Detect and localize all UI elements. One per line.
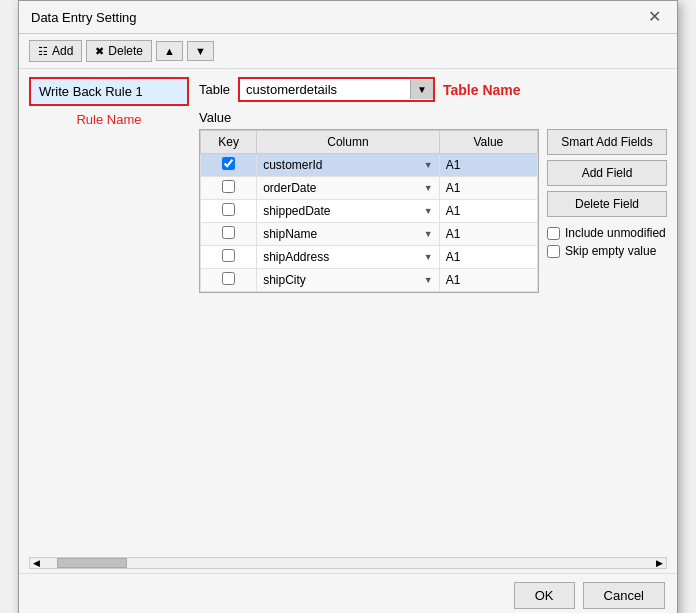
column-cell: customerId▼ xyxy=(257,154,440,177)
table-row-header: Table customerdetails ▼ Table Name xyxy=(199,77,667,102)
toolbar: ☷ Add ✖ Delete ▲ ▼ xyxy=(19,34,677,69)
key-cell[interactable] xyxy=(201,154,257,177)
column-cell: orderDate▼ xyxy=(257,177,440,200)
key-checkbox[interactable] xyxy=(222,203,235,216)
key-checkbox[interactable] xyxy=(222,272,235,285)
data-table-wrapper: Key Column Value customerId▼A1orderDate▼… xyxy=(199,129,539,293)
table-row: shipCity▼A1 xyxy=(201,269,538,292)
move-down-button[interactable]: ▼ xyxy=(187,41,214,61)
rule-item[interactable]: Write Back Rule 1 xyxy=(29,77,189,106)
smart-add-fields-button[interactable]: Smart Add Fields xyxy=(547,129,667,155)
column-name: shipAddress xyxy=(263,250,329,264)
up-arrow-icon: ▲ xyxy=(164,45,175,57)
table-scroll-container[interactable]: Key Column Value customerId▼A1orderDate▼… xyxy=(200,130,538,292)
scroll-right-arrow[interactable]: ▶ xyxy=(653,558,666,568)
value-text: A1 xyxy=(446,181,461,195)
table-row: shipAddress▼A1 xyxy=(201,246,538,269)
title-bar: Data Entry Setting ✕ xyxy=(19,1,677,34)
delete-button[interactable]: ✖ Delete xyxy=(86,40,152,62)
column-name: shipName xyxy=(263,227,317,241)
value-text: A1 xyxy=(446,273,461,287)
value-text: A1 xyxy=(446,158,461,172)
table-body: customerId▼A1orderDate▼A1shippedDate▼A1s… xyxy=(201,154,538,292)
value-cell: A1 xyxy=(439,246,537,269)
select-dropdown-arrow: ▼ xyxy=(410,80,433,99)
key-checkbox[interactable] xyxy=(222,180,235,193)
key-cell[interactable] xyxy=(201,269,257,292)
table-row: customerId▼A1 xyxy=(201,154,538,177)
table-row: shipName▼A1 xyxy=(201,223,538,246)
add-field-button[interactable]: Add Field xyxy=(547,160,667,186)
table-row: shippedDate▼A1 xyxy=(201,200,538,223)
delete-field-button[interactable]: Delete Field xyxy=(547,191,667,217)
value-section: Value Key Column Value xyxy=(199,110,667,293)
skip-empty-checkbox[interactable] xyxy=(547,245,560,258)
key-checkbox[interactable] xyxy=(222,249,235,262)
table-container: Key Column Value customerId▼A1orderDate▼… xyxy=(199,129,667,293)
bottom-bar: OK Cancel xyxy=(19,573,677,613)
table-row: orderDate▼A1 xyxy=(201,177,538,200)
scrollbar-area-wrapper: ◀ ▶ xyxy=(19,549,677,573)
scroll-thumb[interactable] xyxy=(57,558,127,568)
key-cell[interactable] xyxy=(201,177,257,200)
value-text: A1 xyxy=(446,250,461,264)
close-button[interactable]: ✕ xyxy=(644,9,665,25)
add-button[interactable]: ☷ Add xyxy=(29,40,82,62)
cancel-button[interactable]: Cancel xyxy=(583,582,665,609)
key-checkbox[interactable] xyxy=(222,226,235,239)
include-unmodified-row: Include unmodified xyxy=(547,226,667,240)
rule-name-label: Rule Name xyxy=(29,112,189,127)
column-cell: shipCity▼ xyxy=(257,269,440,292)
main-content: Write Back Rule 1 Rule Name Table custom… xyxy=(19,69,677,549)
key-column-header: Key xyxy=(201,131,257,154)
value-cell: A1 xyxy=(439,269,537,292)
include-unmodified-checkbox[interactable] xyxy=(547,227,560,240)
ok-button[interactable]: OK xyxy=(514,582,575,609)
key-cell[interactable] xyxy=(201,200,257,223)
column-cell: shipAddress▼ xyxy=(257,246,440,269)
side-buttons: Smart Add Fields Add Field Delete Field … xyxy=(547,129,667,293)
skip-empty-label: Skip empty value xyxy=(565,244,656,258)
column-dropdown-arrow[interactable]: ▼ xyxy=(424,160,433,170)
value-cell: A1 xyxy=(439,177,537,200)
table-select-wrapper: customerdetails ▼ xyxy=(238,77,435,102)
data-table: Key Column Value customerId▼A1orderDate▼… xyxy=(200,130,538,292)
key-cell[interactable] xyxy=(201,223,257,246)
value-label: Value xyxy=(199,110,667,125)
horizontal-scrollbar[interactable]: ◀ ▶ xyxy=(29,557,667,569)
delete-icon: ✖ xyxy=(95,45,104,58)
column-dropdown-arrow[interactable]: ▼ xyxy=(424,275,433,285)
move-up-button[interactable]: ▲ xyxy=(156,41,183,61)
key-checkbox[interactable] xyxy=(222,157,235,170)
column-name: shippedDate xyxy=(263,204,330,218)
checkbox-options: Include unmodified Skip empty value xyxy=(547,226,667,258)
table-label: Table xyxy=(199,82,230,97)
dialog-window: Data Entry Setting ✕ ☷ Add ✖ Delete ▲ ▼ … xyxy=(18,0,678,613)
value-text: A1 xyxy=(446,204,461,218)
value-cell: A1 xyxy=(439,154,537,177)
include-unmodified-label: Include unmodified xyxy=(565,226,666,240)
key-cell[interactable] xyxy=(201,246,257,269)
column-cell: shipName▼ xyxy=(257,223,440,246)
column-name: customerId xyxy=(263,158,322,172)
column-dropdown-arrow[interactable]: ▼ xyxy=(424,252,433,262)
value-column-header: Value xyxy=(439,131,537,154)
table-header-row: Key Column Value xyxy=(201,131,538,154)
scroll-left-arrow[interactable]: ◀ xyxy=(30,558,43,568)
down-arrow-icon: ▼ xyxy=(195,45,206,57)
add-label: Add xyxy=(52,44,73,58)
column-name: shipCity xyxy=(263,273,306,287)
column-name: orderDate xyxy=(263,181,316,195)
value-text: A1 xyxy=(446,227,461,241)
right-panel: Table customerdetails ▼ Table Name Value xyxy=(199,77,667,541)
skip-empty-row: Skip empty value xyxy=(547,244,667,258)
delete-label: Delete xyxy=(108,44,143,58)
column-cell: shippedDate▼ xyxy=(257,200,440,223)
dialog-title: Data Entry Setting xyxy=(31,10,137,25)
left-panel: Write Back Rule 1 Rule Name xyxy=(29,77,189,541)
table-select[interactable]: customerdetails xyxy=(240,79,410,100)
column-dropdown-arrow[interactable]: ▼ xyxy=(424,229,433,239)
column-dropdown-arrow[interactable]: ▼ xyxy=(424,183,433,193)
column-dropdown-arrow[interactable]: ▼ xyxy=(424,206,433,216)
value-cell: A1 xyxy=(439,200,537,223)
